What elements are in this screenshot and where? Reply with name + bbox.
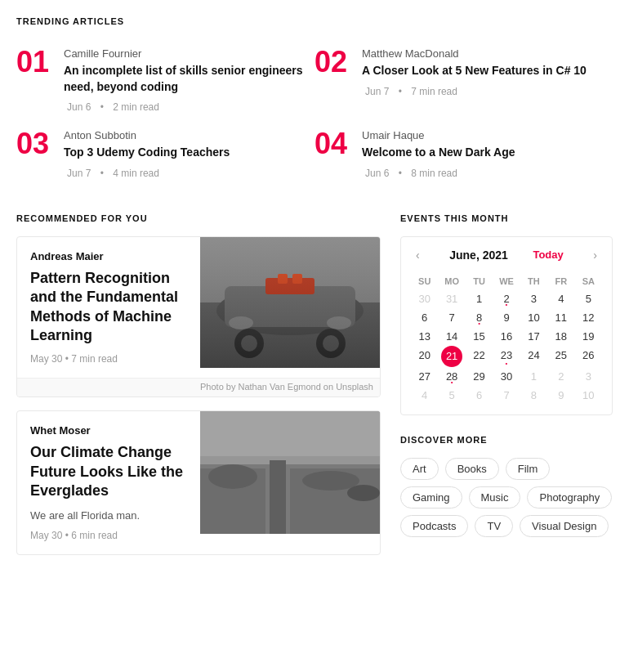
cal-day[interactable]: 12 bbox=[575, 308, 602, 327]
trending-content-3: Anton Subbotin Top 3 Udemy Coding Teache… bbox=[64, 129, 230, 179]
discover-tag-books[interactable]: Books bbox=[445, 458, 499, 480]
trending-item-3[interactable]: 03 Anton Subbotin Top 3 Udemy Coding Tea… bbox=[16, 121, 314, 187]
trending-title-2: A Closer Look at 5 New Features in C# 10 bbox=[362, 63, 587, 79]
trending-content-2: Matthew MacDonald A Closer Look at 5 New… bbox=[362, 47, 587, 113]
discover-tag-art[interactable]: Art bbox=[400, 458, 439, 480]
cal-day[interactable]: 11 bbox=[547, 308, 574, 327]
article-card-text-2: Whet Moser Our Climate Change Future Loo… bbox=[17, 411, 200, 553]
cal-day[interactable]: 6 bbox=[466, 386, 493, 405]
cal-day[interactable]: 31 bbox=[438, 289, 465, 308]
trending-item-2[interactable]: 02 Matthew MacDonald A Closer Look at 5 … bbox=[314, 39, 613, 121]
article-author-2: Whet Moser bbox=[30, 424, 187, 437]
svg-rect-13 bbox=[200, 237, 380, 368]
trending-articles-section: TRENDING ARTICLES 01 Camille Fournier An… bbox=[16, 16, 613, 187]
discover-tag-tv[interactable]: TV bbox=[475, 515, 513, 537]
cal-day[interactable]: 6 bbox=[411, 308, 438, 327]
cal-day[interactable]: 28 bbox=[438, 367, 465, 386]
trending-author-2: Matthew MacDonald bbox=[362, 47, 587, 60]
calendar-today-button[interactable]: Today bbox=[533, 249, 563, 261]
cal-day[interactable]: 1 bbox=[466, 289, 493, 308]
cal-day[interactable]: 8 bbox=[520, 386, 547, 405]
discover-tag-gaming[interactable]: Gaming bbox=[400, 486, 462, 508]
cal-day[interactable]: 3 bbox=[520, 289, 547, 308]
trending-num-1: 01 bbox=[16, 47, 52, 113]
cal-day-today[interactable]: 21 bbox=[441, 346, 462, 367]
article-card-1[interactable]: Andreas Maier Pattern Recognition and th… bbox=[16, 236, 381, 398]
cal-day[interactable]: 10 bbox=[520, 308, 547, 327]
cal-day[interactable]: 29 bbox=[466, 367, 493, 386]
cal-day[interactable]: 27 bbox=[411, 367, 438, 386]
discover-tag-music[interactable]: Music bbox=[469, 486, 521, 508]
calendar-week-2: 6 7 8 9 10 11 12 bbox=[411, 308, 602, 327]
cal-day[interactable]: 30 bbox=[493, 367, 520, 386]
cal-day[interactable]: 1 bbox=[520, 367, 547, 386]
cal-day[interactable]: 9 bbox=[547, 386, 574, 405]
recommended-section-title: RECOMMENDED FOR YOU bbox=[16, 213, 381, 223]
cal-day[interactable]: 14 bbox=[438, 327, 465, 346]
cal-day[interactable]: 22 bbox=[466, 346, 493, 367]
trending-item-1[interactable]: 01 Camille Fournier An incomplete list o… bbox=[16, 39, 314, 121]
trending-item-4[interactable]: 04 Umair Haque Welcome to a New Dark Age… bbox=[314, 121, 613, 187]
day-header-we: WE bbox=[493, 273, 520, 289]
trending-num-4: 04 bbox=[314, 129, 350, 179]
cal-day[interactable]: 25 bbox=[547, 346, 574, 367]
calendar-day-headers: SU MO TU WE TH FR SA bbox=[411, 273, 602, 289]
calendar-month-year: June, 2021 bbox=[449, 249, 508, 262]
discover-tag-film[interactable]: Film bbox=[506, 458, 551, 480]
cal-day[interactable]: 4 bbox=[411, 386, 438, 405]
cal-day[interactable]: 2 bbox=[547, 367, 574, 386]
discover-tag-photography[interactable]: Photography bbox=[527, 486, 612, 508]
cal-day[interactable]: 3 bbox=[575, 367, 602, 386]
article-card-text-1: Andreas Maier Pattern Recognition and th… bbox=[17, 237, 200, 379]
discover-tag-podcasts[interactable]: Podcasts bbox=[400, 515, 468, 537]
cal-day[interactable]: 2 bbox=[493, 289, 520, 308]
cal-day[interactable]: 19 bbox=[575, 327, 602, 346]
discover-tag-visual-design[interactable]: Visual Design bbox=[520, 515, 609, 537]
trending-title-4: Welcome to a New Dark Age bbox=[362, 145, 515, 161]
trending-content-4: Umair Haque Welcome to a New Dark Age Ju… bbox=[362, 129, 515, 179]
day-header-th: TH bbox=[520, 273, 547, 289]
cal-day[interactable]: 13 bbox=[411, 327, 438, 346]
main-layout: RECOMMENDED FOR YOU Andreas Maier Patter… bbox=[16, 213, 613, 568]
trending-title-3: Top 3 Udemy Coding Teachers bbox=[64, 145, 230, 161]
trending-title-1: An incomplete list of skills senior engi… bbox=[64, 63, 314, 95]
calendar-prev-button[interactable]: ‹ bbox=[411, 247, 425, 263]
right-sidebar: EVENTS THIS MONTH ‹ June, 2021 Today › S… bbox=[400, 213, 613, 568]
article-card-inner-2: Whet Moser Our Climate Change Future Loo… bbox=[17, 411, 380, 553]
article-img-1 bbox=[200, 237, 380, 379]
cal-day[interactable]: 7 bbox=[438, 308, 465, 327]
events-section-title: EVENTS THIS MONTH bbox=[400, 213, 613, 223]
article-card-2[interactable]: Whet Moser Our Climate Change Future Loo… bbox=[16, 410, 381, 554]
cal-day[interactable]: 5 bbox=[438, 386, 465, 405]
calendar: ‹ June, 2021 Today › SU MO TU WE TH FR S… bbox=[400, 236, 613, 415]
cal-day[interactable]: 15 bbox=[466, 327, 493, 346]
cal-day[interactable]: 30 bbox=[411, 289, 438, 308]
discover-section: DISCOVER MORE ArtBooksFilmGamingMusicPho… bbox=[400, 435, 613, 537]
calendar-week-1: 30 31 1 2 3 4 5 bbox=[411, 289, 602, 308]
cal-day[interactable]: 5 bbox=[575, 289, 602, 308]
cal-day[interactable]: 7 bbox=[493, 386, 520, 405]
svg-rect-24 bbox=[200, 411, 380, 534]
trending-meta-2: Jun 7 • 7 min read bbox=[362, 86, 587, 97]
trending-author-4: Umair Haque bbox=[362, 129, 515, 141]
cal-day[interactable]: 10 bbox=[575, 386, 602, 405]
trending-num-2: 02 bbox=[314, 47, 350, 113]
cal-day[interactable]: 23 bbox=[493, 346, 520, 367]
cal-day[interactable]: 20 bbox=[411, 346, 438, 367]
trending-num-3: 03 bbox=[16, 129, 52, 179]
trending-grid: 01 Camille Fournier An incomplete list o… bbox=[16, 39, 613, 187]
cal-day[interactable]: 16 bbox=[493, 327, 520, 346]
article-author-1: Andreas Maier bbox=[30, 250, 187, 262]
day-header-sa: SA bbox=[575, 273, 602, 289]
cal-day[interactable]: 18 bbox=[547, 327, 574, 346]
trending-meta-4: Jun 6 • 8 min read bbox=[362, 168, 515, 179]
cal-day[interactable]: 17 bbox=[520, 327, 547, 346]
cal-day[interactable]: 8 bbox=[466, 308, 493, 327]
article-meta-1: May 30 • 7 min read bbox=[30, 353, 187, 365]
cal-day[interactable]: 26 bbox=[575, 346, 602, 367]
calendar-next-button[interactable]: › bbox=[588, 247, 602, 263]
cal-day[interactable]: 4 bbox=[547, 289, 574, 308]
cal-day[interactable]: 24 bbox=[520, 346, 547, 367]
trending-author-1: Camille Fournier bbox=[64, 47, 314, 60]
cal-day[interactable]: 9 bbox=[493, 308, 520, 327]
